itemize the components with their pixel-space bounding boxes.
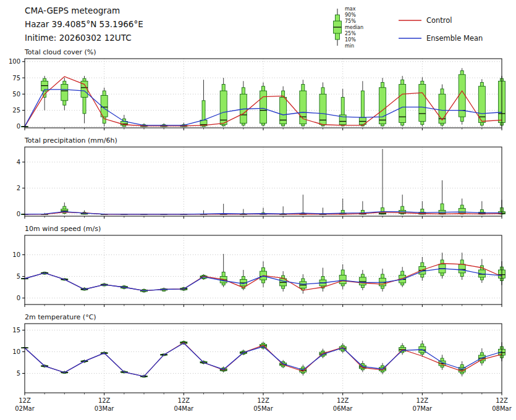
meteogram-chart: CMA-GEPS meteogram Hazar 39.4085°N 53.19… [0,0,516,420]
svg-text:50: 50 [12,91,20,98]
svg-text:100: 100 [9,58,20,65]
svg-text:04Mar: 04Mar [174,405,194,412]
svg-text:10: 10 [12,348,20,355]
panel-title-wind-speed: 10m wind speed (m/s) [25,225,101,233]
svg-text:06Mar: 06Mar [333,405,353,412]
svg-text:2: 2 [17,185,20,191]
location-label: Hazar 39.4085°N 53.1966°E [25,19,143,29]
svg-text:12Z: 12Z [417,397,429,404]
legend-75-label: 75% [345,19,356,24]
svg-text:08Mar: 08Mar [492,405,512,412]
init-time-label: Initime: 20260302 12UTC [25,33,132,43]
svg-text:0: 0 [17,211,20,217]
svg-text:5: 5 [17,273,20,280]
panel-title-temperature: 2m temperature (°C) [25,313,96,321]
legend-25-label: 25% [345,31,356,36]
svg-text:02Mar: 02Mar [15,405,35,412]
legend-max-label: max [345,6,356,12]
chart-title: CMA-GEPS meteogram [25,6,120,15]
svg-text:5: 5 [17,370,20,377]
legend-control-label: Control [426,16,452,25]
meteogram-page: CMA-GEPS meteogram Hazar 39.4085°N 53.19… [0,0,516,420]
background [0,0,516,420]
svg-text:07Mar: 07Mar [413,405,433,412]
legend-10-label: 10% [345,37,356,43]
svg-text:05Mar: 05Mar [253,405,273,412]
legend-90-label: 90% [345,12,356,18]
svg-text:12Z: 12Z [178,397,190,404]
panel-title-precipitation: Total precipitation (mm/6h) [24,136,117,145]
svg-text:03Mar: 03Mar [95,405,114,412]
svg-text:15: 15 [12,327,20,334]
legend-median-label: median [345,25,363,30]
svg-text:10: 10 [12,251,20,258]
svg-text:12Z: 12Z [496,397,508,404]
legend-min-label: min [345,43,354,49]
legend-ensemble-mean-label: Ensemble Mean [426,34,483,43]
svg-text:12Z: 12Z [98,397,111,404]
svg-text:0: 0 [17,295,20,301]
svg-text:12Z: 12Z [337,397,349,404]
svg-text:25: 25 [12,107,20,114]
svg-text:4: 4 [17,159,20,166]
svg-text:0: 0 [17,123,20,130]
svg-text:12Z: 12Z [257,397,269,404]
panel-title-cloud-cover: Total cloud cover (%) [24,48,96,56]
svg-text:75: 75 [12,75,20,82]
svg-text:12Z: 12Z [19,397,31,404]
